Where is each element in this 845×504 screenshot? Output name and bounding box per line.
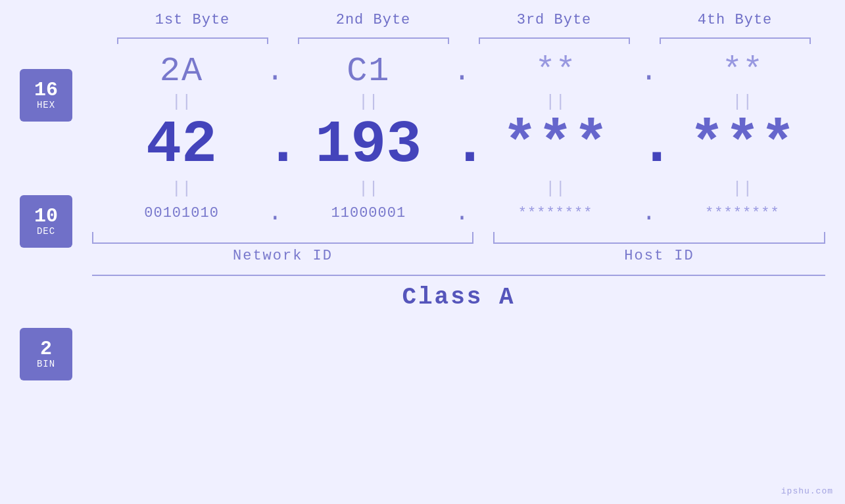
dec-label: DEC <box>37 226 55 237</box>
bin-badge: 2 BIN <box>20 328 72 380</box>
hex-row: 2A . C1 . ** . ** <box>92 52 825 91</box>
network-id-section: Network ID <box>92 232 473 264</box>
byte1-header: 1st Byte <box>104 12 281 32</box>
bin-number: 2 <box>40 339 52 359</box>
bin-row: 00101010 . 11000001 . ******** . *******… <box>92 200 825 227</box>
eq-sym-8: || <box>660 179 825 198</box>
bin-cell-4: ******** <box>660 205 825 221</box>
dec-cell-1: 42 <box>99 112 264 179</box>
hex-cell-1: 2A <box>99 52 264 91</box>
bin-sep2: . <box>452 200 471 227</box>
bracket1 <box>104 32 281 44</box>
equals-row-2: || || || || <box>92 179 825 198</box>
host-id-label: Host ID <box>493 248 825 264</box>
eq-sym-3: || <box>473 92 638 112</box>
base-labels-column: 16 HEX 10 DEC 2 BIN <box>20 69 72 380</box>
eq-sym-2: || <box>286 92 450 112</box>
bracket4 <box>646 32 824 44</box>
bin-sep1: . <box>265 200 285 227</box>
dec-sep1: . <box>265 112 285 179</box>
dec-cell-2: 193 <box>286 112 450 179</box>
dec-cell-3: *** <box>473 112 638 179</box>
dec-v2: 193 <box>315 112 422 179</box>
hex-sep1: . <box>265 55 285 88</box>
byte2-header: 2nd Byte <box>285 12 462 32</box>
hex-sep2: . <box>452 55 471 88</box>
bin-cell-1: 00101010 <box>99 205 264 221</box>
hex-cell-4: ** <box>660 52 825 91</box>
byte3-header: 3rd Byte <box>466 12 643 32</box>
hex-cell-2: C1 <box>286 52 450 91</box>
eq-sym-6: || <box>286 179 450 198</box>
bin-sep3: . <box>639 200 659 227</box>
brand-label: ipshu.com <box>781 486 833 496</box>
hex-sep3: . <box>639 55 659 88</box>
main-container: 1st Byte 2nd Byte 3rd Byte 4th Byte 16 H… <box>0 0 845 504</box>
bin-cell-3: ******** <box>473 205 638 221</box>
bin-v2: 11000001 <box>331 205 406 221</box>
dec-v1: 42 <box>146 112 217 179</box>
bin-label: BIN <box>37 359 55 369</box>
dec-badge: 10 DEC <box>20 195 72 248</box>
bracket3 <box>466 32 643 44</box>
bin-v3: ******** <box>518 205 593 221</box>
host-bracket-line <box>493 232 825 244</box>
dec-sep2: . <box>452 112 471 179</box>
eq-sym-4: || <box>660 92 825 112</box>
bin-cell-2: 11000001 <box>286 205 450 221</box>
hex-v2: C1 <box>347 52 390 91</box>
eq-sym-5: || <box>99 179 264 198</box>
host-id-section: Host ID <box>493 232 825 264</box>
dec-cell-4: *** <box>660 112 825 179</box>
dec-row: 42 . 193 . *** . *** <box>92 112 825 179</box>
hex-v4: ** <box>722 52 763 91</box>
bottom-brackets-row: Network ID Host ID <box>92 232 825 264</box>
class-label: Class A <box>402 276 515 311</box>
dec-v3: *** <box>502 112 609 179</box>
hex-label: HEX <box>37 100 55 110</box>
hex-number: 16 <box>34 80 58 100</box>
byte4-header: 4th Byte <box>646 12 824 32</box>
bin-v4: ******** <box>705 205 780 221</box>
equals-row-1: || || || || <box>92 92 825 112</box>
eq-sym-7: || <box>473 179 638 198</box>
hex-v3: ** <box>535 52 575 91</box>
hex-badge: 16 HEX <box>20 69 72 122</box>
dec-number: 10 <box>34 206 58 226</box>
network-id-label: Network ID <box>92 248 473 264</box>
bin-v1: 00101010 <box>144 205 219 221</box>
hex-v1: 2A <box>160 52 203 91</box>
network-bracket-line <box>92 232 473 244</box>
hex-cell-3: ** <box>473 52 638 91</box>
bracket2 <box>285 32 462 44</box>
eq-sym-1: || <box>99 92 264 112</box>
class-section: Class A <box>92 275 825 311</box>
dec-v4: *** <box>689 112 796 179</box>
dec-sep3: . <box>639 112 659 179</box>
